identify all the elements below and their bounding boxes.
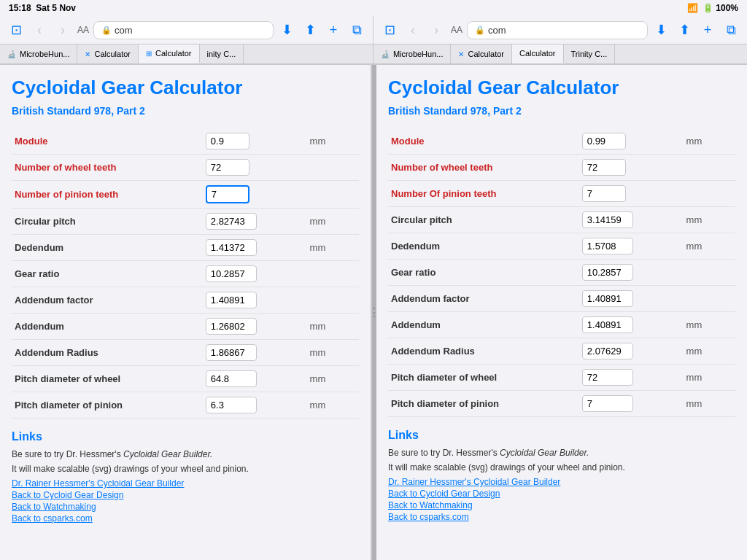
module-unit-left: mm	[307, 128, 359, 155]
addendum-unit-left: mm	[307, 314, 359, 340]
pinion-teeth-unit-left	[307, 181, 359, 209]
calc2-icon-left: ⊞	[146, 50, 152, 58]
table-row: Dedendum 1.5708 mm	[388, 233, 735, 260]
tabs-row: 🔬 MicrobeHun... ✕ Calculator ⊞ Calculato…	[0, 44, 747, 64]
forward-right[interactable]: ›	[426, 21, 446, 39]
pinion-teeth-label-right: Number Of pinion teeth	[388, 181, 579, 207]
wheel-teeth-unit-right	[684, 155, 735, 181]
address-text-right: com	[488, 25, 506, 36]
aa-text-right[interactable]: AA	[451, 25, 462, 35]
tabs-right[interactable]: ⧉	[721, 21, 741, 39]
left-browser-pane: Cycloidal Gear Calculator British Standa…	[0, 65, 372, 560]
tab-left-calc2[interactable]: ⊞ Calculator	[139, 44, 200, 63]
tab-label-microbehun-right: MicrobeHun...	[393, 50, 443, 58]
tab-right-calc1[interactable]: ✕ Calculator	[451, 44, 512, 63]
module-input-left[interactable]	[206, 133, 249, 149]
wheel-teeth-label-left: Number of wheel teeth	[12, 155, 203, 181]
tab-left-trinity[interactable]: inity C...	[200, 44, 244, 63]
tab-label-calc1-right: Calculator	[468, 50, 504, 58]
module-value-left[interactable]	[203, 128, 307, 155]
tab-right-microbehun[interactable]: 🔬 MicrobeHun...	[374, 44, 451, 63]
pitch-pinion-display-right: 7	[582, 395, 633, 412]
dedendum-label-left: Dedendum	[12, 235, 203, 261]
circular-pitch-unit-right: mm	[684, 207, 735, 233]
table-row: Pitch diameter of wheel 64.8 mm	[12, 366, 359, 392]
link-cycloid-right[interactable]: Back to Cycloid Gear Design	[388, 489, 735, 499]
wheel-teeth-value-left[interactable]	[203, 155, 307, 181]
table-row: Number of wheel teeth	[12, 155, 359, 181]
circular-pitch-value-left: 2.82743	[203, 209, 307, 235]
sidebar-toggle-left[interactable]: ⊡	[6, 20, 26, 39]
tab-right-calc2[interactable]: Calculator	[512, 44, 564, 63]
link-cycloid-left[interactable]: Back to Cycloid Gear Design	[12, 490, 359, 500]
pinion-teeth-input-right[interactable]	[582, 185, 626, 202]
left-calc-table: Module mm Number of wheel teeth Number o…	[12, 128, 359, 419]
back-left[interactable]: ‹	[29, 21, 50, 39]
tab-label-calc2-right: Calculator	[519, 49, 556, 58]
addendum-radius-label-right: Addendum Radius	[388, 338, 579, 365]
links-intro-right: Be sure to try Dr. Hessmer's Cycloidal G…	[388, 448, 735, 458]
gear-ratio-value-left: 10.2857	[203, 261, 307, 287]
tabs-left[interactable]: ⧉	[347, 21, 367, 39]
link-watchmaking-left[interactable]: Back to Watchmaking	[12, 502, 359, 512]
pitch-pinion-label-left: Pitch diameter of pinion	[12, 392, 203, 419]
content-area: Cycloidal Gear Calculator British Standa…	[0, 65, 747, 560]
table-row: Gear ratio 10.2857	[12, 261, 359, 287]
links-intro2-left: It will make scalable (svg) drawings of …	[12, 464, 359, 474]
table-row: Dedendum 1.41372 mm	[12, 235, 359, 261]
wheel-teeth-value-right[interactable]	[579, 155, 684, 181]
addendum-radius-unit-left: mm	[307, 340, 359, 366]
table-row: Addendum factor 1.40891	[388, 286, 735, 312]
share-right[interactable]: ⬆	[674, 20, 694, 39]
links-intro2-right: It will make scalable (svg) drawings of …	[388, 462, 735, 472]
tab-left-calc1[interactable]: ✕ Calculator	[77, 44, 139, 63]
addendum-radius-value-left: 1.86867	[203, 340, 307, 366]
table-row: Number Of pinion teeth	[388, 181, 735, 207]
battery-icon: 🔋 100%	[703, 3, 738, 13]
newtab-right[interactable]: +	[697, 21, 718, 39]
module-input-right[interactable]	[582, 133, 626, 149]
addendum-value-right: 1.40891	[579, 312, 684, 338]
pitch-wheel-value-right: 72	[579, 365, 684, 391]
download-left[interactable]: ⬇	[276, 20, 297, 39]
newtab-left[interactable]: +	[323, 21, 344, 39]
link-csparks-left[interactable]: Back to csparks.com	[12, 513, 359, 524]
link-csparks-right[interactable]: Back to csparks.com	[388, 512, 735, 522]
dedendum-value-right: 1.5708	[579, 233, 684, 260]
pinion-teeth-unit-right	[684, 181, 735, 207]
gear-ratio-display-left: 10.2857	[206, 265, 257, 282]
gear-ratio-unit-right	[684, 260, 735, 286]
dedendum-unit-right: mm	[684, 233, 735, 260]
table-row: Addendum Radius 2.07629 mm	[388, 338, 735, 365]
pitch-wheel-label-right: Pitch diameter of wheel	[388, 365, 579, 391]
table-row: Pitch diameter of pinion 7 mm	[388, 391, 735, 417]
addendum-label-right: Addendum	[388, 312, 579, 338]
share-left[interactable]: ⬆	[300, 20, 320, 39]
aa-text-left[interactable]: AA	[77, 25, 89, 35]
addendum-unit-right: mm	[684, 312, 735, 338]
pinion-teeth-input-left[interactable]	[206, 185, 249, 203]
link-watchmaking-right[interactable]: Back to Watchmaking	[388, 500, 735, 510]
pinion-teeth-value-right[interactable]	[579, 181, 684, 207]
table-row: Pitch diameter of wheel 72 mm	[388, 365, 735, 391]
module-value-right[interactable]	[579, 128, 684, 155]
tab-right-trinity[interactable]: Trinity C...	[564, 44, 616, 63]
download-right[interactable]: ⬇	[651, 20, 671, 39]
module-label-right: Module	[388, 128, 579, 155]
link-hessmer-right[interactable]: Dr. Rainer Hessmer's Cycloidal Gear Buil…	[388, 477, 735, 487]
link-hessmer-left[interactable]: Dr. Rainer Hessmer's Cycloidal Gear Buil…	[12, 478, 359, 489]
lock-icon-left: 🔒	[101, 26, 112, 35]
address-bar-right[interactable]: 🔒 com	[467, 21, 648, 39]
tab-left-microbehun[interactable]: 🔬 MicrobeHun...	[0, 44, 77, 63]
addendum-factor-value-right: 1.40891	[579, 286, 684, 312]
sidebar-toggle-right[interactable]: ⊡	[379, 20, 400, 39]
pinion-teeth-value-left[interactable]	[203, 181, 307, 209]
address-bar-left[interactable]: 🔒 com	[93, 21, 274, 39]
lock-icon-right: 🔒	[475, 26, 485, 35]
pitch-wheel-unit-left: mm	[307, 366, 359, 392]
forward-left[interactable]: ›	[53, 21, 73, 39]
wheel-teeth-input-left[interactable]	[206, 159, 249, 176]
back-right[interactable]: ‹	[403, 21, 423, 39]
wheel-teeth-input-right[interactable]	[582, 159, 626, 176]
circular-pitch-label-right: Circular pitch	[388, 207, 579, 233]
